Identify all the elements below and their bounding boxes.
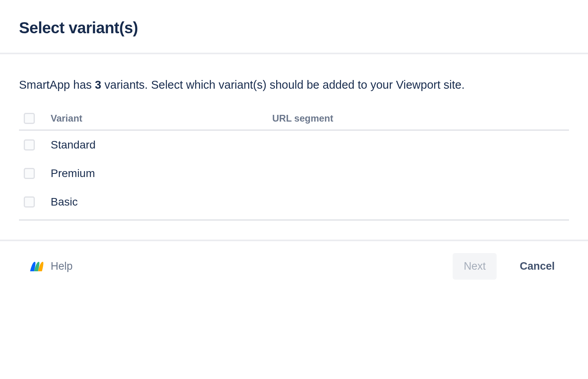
dialog-content: SmartApp has 3 variants. Select which va…	[0, 54, 588, 240]
table-row: Standard	[19, 131, 569, 159]
row-checkbox-cell	[19, 168, 51, 179]
dialog-footer: Help Next Cancel	[0, 241, 588, 291]
variant-checkbox-basic[interactable]	[24, 196, 35, 208]
footer-buttons: Next Cancel	[453, 253, 566, 280]
col-header-variant: Variant	[51, 113, 272, 124]
next-button[interactable]: Next	[453, 253, 497, 280]
variant-name: Standard	[51, 139, 272, 151]
cancel-button[interactable]: Cancel	[508, 253, 566, 280]
variant-checkbox-premium[interactable]	[24, 168, 35, 179]
row-checkbox-cell	[19, 139, 51, 150]
variant-checkbox-standard[interactable]	[24, 139, 35, 150]
col-header-url: URL segment	[272, 113, 569, 124]
page-title: Select variant(s)	[19, 19, 569, 37]
table-row: Premium	[19, 159, 569, 188]
variant-count: 3	[95, 78, 101, 91]
select-all-cell	[19, 113, 51, 124]
variants-table: Variant URL segment Standard Premium Bas…	[19, 110, 569, 221]
description-text: SmartApp has 3 variants. Select which va…	[19, 76, 569, 94]
app-name: SmartApp	[19, 78, 70, 91]
table-row: Basic	[19, 188, 569, 221]
variant-name: Premium	[51, 167, 272, 180]
select-all-checkbox[interactable]	[24, 113, 35, 124]
help-icon	[28, 259, 45, 273]
table-header-row: Variant URL segment	[19, 110, 569, 131]
help-link[interactable]: Help	[28, 259, 73, 273]
help-label: Help	[51, 260, 73, 272]
dialog-header: Select variant(s)	[0, 0, 588, 53]
variant-name: Basic	[51, 196, 272, 208]
row-checkbox-cell	[19, 196, 51, 208]
